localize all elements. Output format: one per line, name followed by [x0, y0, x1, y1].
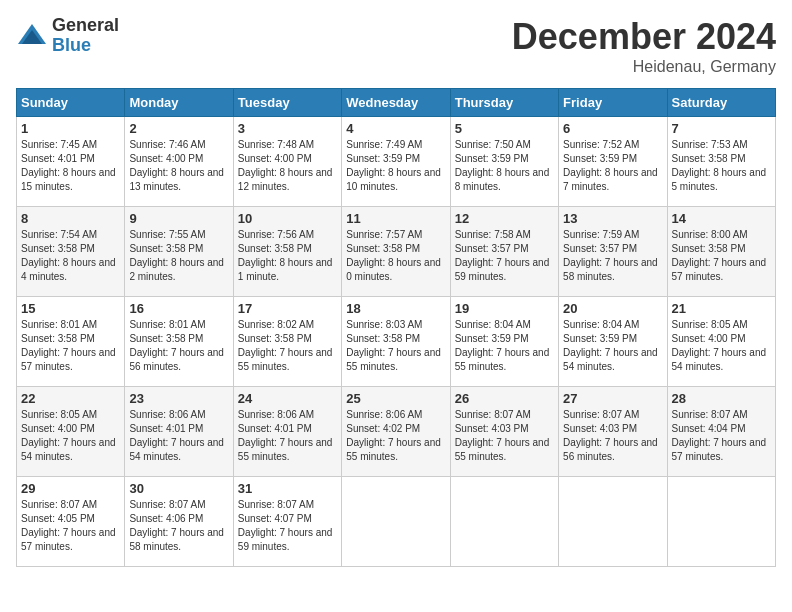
day-number: 12	[455, 211, 554, 226]
month-title: December 2024	[512, 16, 776, 58]
day-number: 26	[455, 391, 554, 406]
table-row: 12 Sunrise: 7:58 AM Sunset: 3:57 PM Dayl…	[450, 207, 558, 297]
col-wednesday: Wednesday	[342, 89, 450, 117]
table-row	[667, 477, 775, 567]
table-row	[559, 477, 667, 567]
day-info: Sunrise: 7:54 AM Sunset: 3:58 PM Dayligh…	[21, 228, 120, 284]
day-number: 3	[238, 121, 337, 136]
day-number: 28	[672, 391, 771, 406]
day-info: Sunrise: 8:02 AM Sunset: 3:58 PM Dayligh…	[238, 318, 337, 374]
table-row: 24 Sunrise: 8:06 AM Sunset: 4:01 PM Dayl…	[233, 387, 341, 477]
day-info: Sunrise: 8:07 AM Sunset: 4:06 PM Dayligh…	[129, 498, 228, 554]
day-number: 20	[563, 301, 662, 316]
day-info: Sunrise: 8:07 AM Sunset: 4:03 PM Dayligh…	[455, 408, 554, 464]
table-row: 15 Sunrise: 8:01 AM Sunset: 3:58 PM Dayl…	[17, 297, 125, 387]
col-sunday: Sunday	[17, 89, 125, 117]
table-row: 1 Sunrise: 7:45 AM Sunset: 4:01 PM Dayli…	[17, 117, 125, 207]
table-row	[342, 477, 450, 567]
day-number: 7	[672, 121, 771, 136]
table-row: 3 Sunrise: 7:48 AM Sunset: 4:00 PM Dayli…	[233, 117, 341, 207]
day-info: Sunrise: 7:46 AM Sunset: 4:00 PM Dayligh…	[129, 138, 228, 194]
table-row: 14 Sunrise: 8:00 AM Sunset: 3:58 PM Dayl…	[667, 207, 775, 297]
table-row: 8 Sunrise: 7:54 AM Sunset: 3:58 PM Dayli…	[17, 207, 125, 297]
table-row: 19 Sunrise: 8:04 AM Sunset: 3:59 PM Dayl…	[450, 297, 558, 387]
day-number: 19	[455, 301, 554, 316]
table-row: 26 Sunrise: 8:07 AM Sunset: 4:03 PM Dayl…	[450, 387, 558, 477]
day-number: 18	[346, 301, 445, 316]
day-number: 13	[563, 211, 662, 226]
table-row: 4 Sunrise: 7:49 AM Sunset: 3:59 PM Dayli…	[342, 117, 450, 207]
table-row: 22 Sunrise: 8:05 AM Sunset: 4:00 PM Dayl…	[17, 387, 125, 477]
day-info: Sunrise: 8:05 AM Sunset: 4:00 PM Dayligh…	[672, 318, 771, 374]
day-info: Sunrise: 8:00 AM Sunset: 3:58 PM Dayligh…	[672, 228, 771, 284]
day-number: 16	[129, 301, 228, 316]
logo-general: General	[52, 16, 119, 36]
table-row: 13 Sunrise: 7:59 AM Sunset: 3:57 PM Dayl…	[559, 207, 667, 297]
table-row	[450, 477, 558, 567]
day-info: Sunrise: 7:52 AM Sunset: 3:59 PM Dayligh…	[563, 138, 662, 194]
day-info: Sunrise: 8:01 AM Sunset: 3:58 PM Dayligh…	[21, 318, 120, 374]
calendar-table: Sunday Monday Tuesday Wednesday Thursday…	[16, 88, 776, 567]
day-number: 9	[129, 211, 228, 226]
table-row: 18 Sunrise: 8:03 AM Sunset: 3:58 PM Dayl…	[342, 297, 450, 387]
day-number: 30	[129, 481, 228, 496]
day-number: 4	[346, 121, 445, 136]
day-info: Sunrise: 8:07 AM Sunset: 4:05 PM Dayligh…	[21, 498, 120, 554]
day-info: Sunrise: 7:49 AM Sunset: 3:59 PM Dayligh…	[346, 138, 445, 194]
table-row: 28 Sunrise: 8:07 AM Sunset: 4:04 PM Dayl…	[667, 387, 775, 477]
day-number: 27	[563, 391, 662, 406]
day-info: Sunrise: 8:07 AM Sunset: 4:04 PM Dayligh…	[672, 408, 771, 464]
day-number: 8	[21, 211, 120, 226]
day-info: Sunrise: 7:53 AM Sunset: 3:58 PM Dayligh…	[672, 138, 771, 194]
day-number: 15	[21, 301, 120, 316]
day-info: Sunrise: 8:04 AM Sunset: 3:59 PM Dayligh…	[455, 318, 554, 374]
table-row: 17 Sunrise: 8:02 AM Sunset: 3:58 PM Dayl…	[233, 297, 341, 387]
day-number: 14	[672, 211, 771, 226]
day-number: 25	[346, 391, 445, 406]
day-number: 24	[238, 391, 337, 406]
day-info: Sunrise: 7:58 AM Sunset: 3:57 PM Dayligh…	[455, 228, 554, 284]
table-row: 10 Sunrise: 7:56 AM Sunset: 3:58 PM Dayl…	[233, 207, 341, 297]
table-row: 9 Sunrise: 7:55 AM Sunset: 3:58 PM Dayli…	[125, 207, 233, 297]
day-info: Sunrise: 7:55 AM Sunset: 3:58 PM Dayligh…	[129, 228, 228, 284]
col-tuesday: Tuesday	[233, 89, 341, 117]
table-row: 27 Sunrise: 8:07 AM Sunset: 4:03 PM Dayl…	[559, 387, 667, 477]
col-friday: Friday	[559, 89, 667, 117]
day-number: 22	[21, 391, 120, 406]
day-number: 21	[672, 301, 771, 316]
table-row: 21 Sunrise: 8:05 AM Sunset: 4:00 PM Dayl…	[667, 297, 775, 387]
logo: General Blue	[16, 16, 119, 56]
day-info: Sunrise: 8:06 AM Sunset: 4:02 PM Dayligh…	[346, 408, 445, 464]
day-info: Sunrise: 7:48 AM Sunset: 4:00 PM Dayligh…	[238, 138, 337, 194]
calendar-week-row: 22 Sunrise: 8:05 AM Sunset: 4:00 PM Dayl…	[17, 387, 776, 477]
day-number: 1	[21, 121, 120, 136]
calendar-header-row: Sunday Monday Tuesday Wednesday Thursday…	[17, 89, 776, 117]
table-row: 29 Sunrise: 8:07 AM Sunset: 4:05 PM Dayl…	[17, 477, 125, 567]
day-number: 2	[129, 121, 228, 136]
table-row: 5 Sunrise: 7:50 AM Sunset: 3:59 PM Dayli…	[450, 117, 558, 207]
day-number: 23	[129, 391, 228, 406]
day-number: 29	[21, 481, 120, 496]
col-saturday: Saturday	[667, 89, 775, 117]
day-number: 31	[238, 481, 337, 496]
day-info: Sunrise: 7:45 AM Sunset: 4:01 PM Dayligh…	[21, 138, 120, 194]
table-row: 23 Sunrise: 8:06 AM Sunset: 4:01 PM Dayl…	[125, 387, 233, 477]
table-row: 20 Sunrise: 8:04 AM Sunset: 3:59 PM Dayl…	[559, 297, 667, 387]
day-info: Sunrise: 8:07 AM Sunset: 4:03 PM Dayligh…	[563, 408, 662, 464]
day-info: Sunrise: 8:04 AM Sunset: 3:59 PM Dayligh…	[563, 318, 662, 374]
day-number: 5	[455, 121, 554, 136]
table-row: 25 Sunrise: 8:06 AM Sunset: 4:02 PM Dayl…	[342, 387, 450, 477]
calendar-week-row: 8 Sunrise: 7:54 AM Sunset: 3:58 PM Dayli…	[17, 207, 776, 297]
title-block: December 2024 Heidenau, Germany	[512, 16, 776, 76]
table-row: 11 Sunrise: 7:57 AM Sunset: 3:58 PM Dayl…	[342, 207, 450, 297]
day-info: Sunrise: 7:50 AM Sunset: 3:59 PM Dayligh…	[455, 138, 554, 194]
day-info: Sunrise: 7:56 AM Sunset: 3:58 PM Dayligh…	[238, 228, 337, 284]
table-row: 6 Sunrise: 7:52 AM Sunset: 3:59 PM Dayli…	[559, 117, 667, 207]
calendar-week-row: 1 Sunrise: 7:45 AM Sunset: 4:01 PM Dayli…	[17, 117, 776, 207]
table-row: 7 Sunrise: 7:53 AM Sunset: 3:58 PM Dayli…	[667, 117, 775, 207]
calendar-week-row: 29 Sunrise: 8:07 AM Sunset: 4:05 PM Dayl…	[17, 477, 776, 567]
day-number: 11	[346, 211, 445, 226]
logo-blue: Blue	[52, 36, 119, 56]
table-row: 2 Sunrise: 7:46 AM Sunset: 4:00 PM Dayli…	[125, 117, 233, 207]
table-row: 30 Sunrise: 8:07 AM Sunset: 4:06 PM Dayl…	[125, 477, 233, 567]
